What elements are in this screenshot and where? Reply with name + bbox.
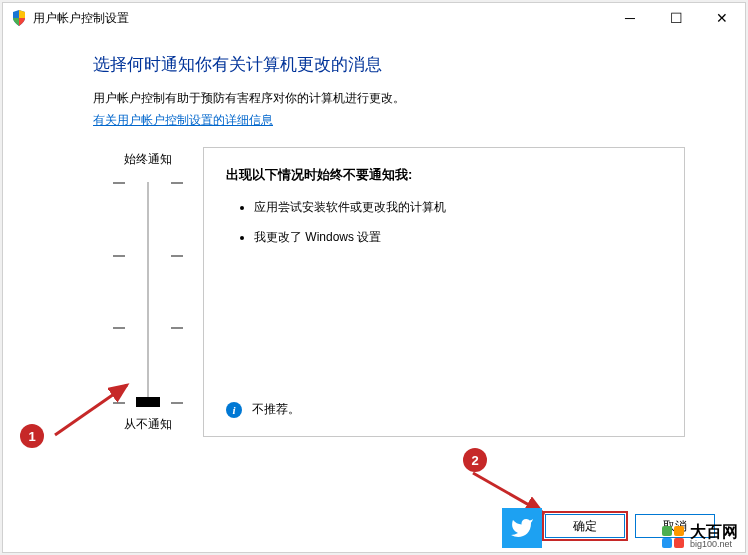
more-info-link[interactable]: 有关用户帐户控制设置的详细信息	[93, 113, 273, 127]
info-icon: i	[226, 402, 242, 418]
dialog-footer: 确定 取消	[3, 504, 745, 552]
uac-slider[interactable]	[113, 182, 183, 402]
close-button[interactable]: ✕	[699, 3, 745, 33]
annotation-callout-2: 2	[463, 448, 487, 472]
minimize-button[interactable]: ─	[607, 3, 653, 33]
info-footer: i 不推荐。	[226, 389, 662, 418]
info-panel: 出现以下情况时始终不要通知我: 应用尝试安装软件或更改我的计算机 我更改了 Wi…	[203, 147, 685, 437]
watermark: 大百网 big100.net	[662, 524, 738, 549]
slider-label-never: 从不通知	[124, 416, 172, 433]
window-controls: ─ ☐ ✕	[607, 3, 745, 33]
info-footer-text: 不推荐。	[252, 401, 300, 418]
watermark-logo-icon	[662, 526, 684, 548]
slider-label-always: 始终通知	[124, 151, 172, 168]
watermark-main: 大百网	[690, 524, 738, 540]
page-heading: 选择何时通知你有关计算机更改的消息	[93, 53, 685, 76]
info-list: 应用尝试安装软件或更改我的计算机 我更改了 Windows 设置	[226, 198, 662, 258]
annotation-callout-1: 1	[20, 424, 44, 448]
body-area: 始终通知 从不通知 出现以下情况时始终不要通知我: 应用尝试安装软件或更改我的计…	[93, 147, 685, 437]
shield-icon	[11, 10, 27, 26]
slider-column: 始终通知 从不通知	[93, 147, 203, 437]
watermark-sub: big100.net	[690, 540, 738, 549]
twitter-overlay-icon	[502, 508, 542, 548]
info-list-item: 应用尝试安装软件或更改我的计算机	[254, 198, 662, 216]
info-list-item: 我更改了 Windows 设置	[254, 228, 662, 246]
titlebar: 用户帐户控制设置 ─ ☐ ✕	[3, 3, 745, 33]
window-title: 用户帐户控制设置	[33, 10, 129, 27]
info-panel-title: 出现以下情况时始终不要通知我:	[226, 166, 662, 184]
page-description: 用户帐户控制有助于预防有害程序对你的计算机进行更改。	[93, 90, 685, 107]
uac-settings-window: 用户帐户控制设置 ─ ☐ ✕ 选择何时通知你有关计算机更改的消息 用户帐户控制有…	[2, 2, 746, 553]
maximize-button[interactable]: ☐	[653, 3, 699, 33]
ok-button[interactable]: 确定	[545, 514, 625, 538]
content-area: 选择何时通知你有关计算机更改的消息 用户帐户控制有助于预防有害程序对你的计算机进…	[3, 33, 745, 504]
slider-thumb[interactable]	[136, 397, 160, 407]
